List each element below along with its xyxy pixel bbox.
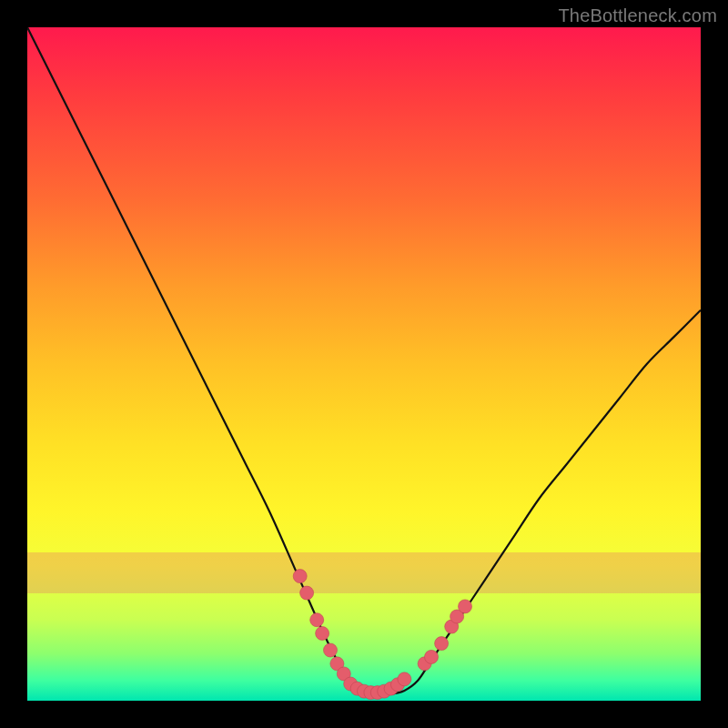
curve-marker (300, 586, 314, 600)
curve-marker (459, 600, 472, 613)
curve-marker (398, 672, 411, 686)
curve-markers (293, 570, 471, 700)
curve-line (27, 27, 701, 694)
curve-marker (425, 650, 439, 663)
curve-marker (435, 637, 449, 651)
watermark-text: TheBottleneck.com (558, 5, 717, 26)
curve-marker (324, 643, 338, 657)
plot-area (27, 27, 701, 701)
curve-marker (293, 570, 307, 583)
curve-marker (310, 613, 324, 627)
curve-marker (316, 627, 329, 641)
bottleneck-curve (27, 27, 701, 701)
chart-frame: TheBottleneck.com (0, 0, 728, 728)
